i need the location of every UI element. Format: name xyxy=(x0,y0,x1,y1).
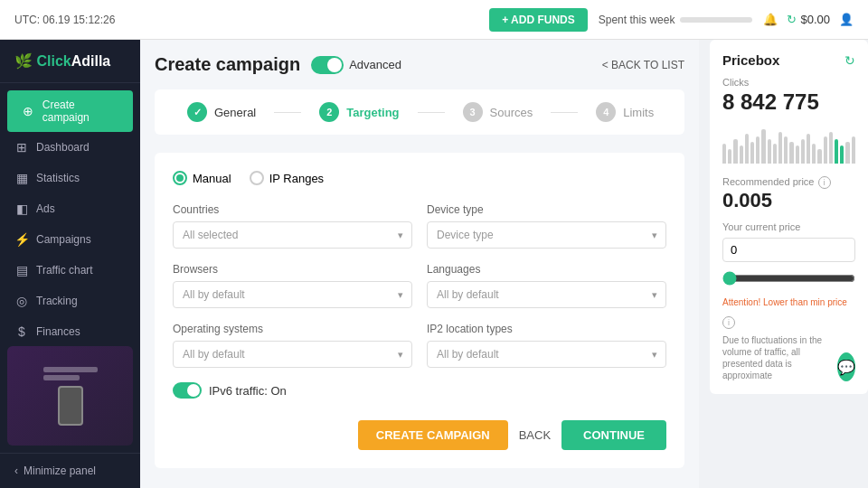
sidebar-item-traffic-chart[interactable]: ▤ Traffic chart xyxy=(0,255,140,286)
chart-bar xyxy=(722,144,726,164)
step-sources-num: 3 xyxy=(463,102,483,122)
os-select[interactable]: All by default xyxy=(173,341,412,368)
sidebar-item-tracking[interactable]: ◎ Tracking xyxy=(0,286,140,316)
countries-field: Countries All selected xyxy=(173,203,412,249)
browsers-label: Browsers xyxy=(173,263,412,276)
back-to-list-link[interactable]: < BACK TO LIST xyxy=(602,59,684,71)
chart-bar xyxy=(845,142,849,164)
preview-line xyxy=(43,367,98,372)
form-grid: Countries All selected Device type Devic… xyxy=(173,203,666,368)
languages-select[interactable]: All by default xyxy=(427,281,666,308)
add-funds-button[interactable]: + ADD FUNDS xyxy=(489,8,588,32)
device-type-select-wrapper: Device type xyxy=(427,221,666,249)
chat-button[interactable]: 💬 xyxy=(837,352,855,381)
pricebox-footer: i Due to fluctuations in the volume of t… xyxy=(722,316,855,381)
topbar: UTC: 06.19 15:12:26 + ADD FUNDS Spent th… xyxy=(0,0,868,40)
recommended-info-icon[interactable]: i xyxy=(818,176,831,189)
form-actions: CREATE CAMPAIGN BACK CONTINUE xyxy=(173,420,666,450)
layout: 🌿 ClickAdilla ⊕ Create campaign ⊞ Dashbo… xyxy=(0,40,868,488)
sidebar-item-ads[interactable]: ◧ Ads xyxy=(0,193,140,224)
clicks-label: Clicks xyxy=(722,77,855,88)
ip2-select[interactable]: All by default xyxy=(427,341,666,368)
ipv6-row: IPv6 traffic: On xyxy=(173,382,666,399)
steps-nav: ✓ General 2 Targeting 3 Sources 4 Limits xyxy=(155,89,684,135)
page-header: Create campaign Advanced < BACK TO LIST xyxy=(155,54,684,75)
radio-ip-ranges-circle xyxy=(250,171,264,185)
chart-bar xyxy=(745,134,749,164)
countries-select[interactable]: All selected xyxy=(173,221,412,249)
ipv6-label: IPv6 traffic: On xyxy=(209,384,287,398)
ip2-label: IP2 location types xyxy=(427,323,666,335)
chart-bars xyxy=(722,127,855,164)
languages-field: Languages All by default xyxy=(427,263,666,308)
radio-manual[interactable]: Manual xyxy=(173,171,231,185)
main-content: Create campaign Advanced < BACK TO LIST … xyxy=(140,40,699,488)
chart-bar xyxy=(840,145,844,164)
ipv6-toggle-knob xyxy=(187,384,200,397)
preview-phone xyxy=(58,386,83,426)
chart-bar xyxy=(807,134,810,164)
pricebox-refresh-icon[interactable]: ↻ xyxy=(844,53,855,68)
statistics-icon: ▦ xyxy=(14,171,29,185)
browsers-select-wrapper: All by default xyxy=(173,281,412,308)
price-slider[interactable] xyxy=(722,271,855,286)
ip2-field: IP2 location types All by default xyxy=(427,323,666,368)
current-price-input[interactable] xyxy=(722,238,855,262)
step-general[interactable]: ✓ General xyxy=(169,89,274,135)
back-button[interactable]: BACK xyxy=(519,428,551,442)
tracking-icon: ◎ xyxy=(14,294,29,308)
toggle-knob xyxy=(327,58,342,72)
user-icon[interactable]: 👤 xyxy=(839,13,854,26)
chart-bar xyxy=(773,144,777,164)
minimize-panel-button[interactable]: ‹ Minimize panel xyxy=(0,453,140,488)
advanced-label: Advanced xyxy=(349,58,401,71)
sidebar-item-statistics[interactable]: ▦ Statistics xyxy=(0,163,140,193)
sidebar-item-dashboard[interactable]: ⊞ Dashboard xyxy=(0,132,140,163)
step-limits[interactable]: 4 Limits xyxy=(578,89,672,135)
recommended-section: Recommended price i 0.005 xyxy=(722,176,855,212)
os-field: Operating systems All by default xyxy=(173,323,412,368)
preview-line xyxy=(43,375,80,380)
sidebar-item-campaigns[interactable]: ⚡ Campaigns xyxy=(0,224,140,255)
page-title-row: Create campaign Advanced xyxy=(155,54,401,75)
ipv6-toggle[interactable] xyxy=(173,382,202,399)
step-targeting[interactable]: 2 Targeting xyxy=(301,89,417,135)
step-limits-num: 4 xyxy=(596,102,616,122)
step-general-num: ✓ xyxy=(187,102,207,122)
chart-bar xyxy=(817,149,821,164)
sidebar-nav: ⊕ Create campaign ⊞ Dashboard ▦ Statisti… xyxy=(0,83,140,339)
chart-bar xyxy=(740,145,743,164)
radio-ip-ranges[interactable]: IP Ranges xyxy=(250,171,324,185)
step-targeting-num: 2 xyxy=(319,102,339,122)
price-warning: Attention! Lower than min price xyxy=(722,297,855,307)
bell-icon[interactable]: 🔔 xyxy=(763,13,778,26)
dashboard-icon: ⊞ xyxy=(14,140,29,155)
sidebar-item-finances[interactable]: $ Finances xyxy=(0,316,140,339)
chart-bar xyxy=(750,142,754,164)
chart-bar xyxy=(733,139,737,164)
chart-bar xyxy=(761,129,765,164)
clicks-section: Clicks 8 842 775 xyxy=(722,77,855,115)
continue-button[interactable]: CONTINUE xyxy=(561,420,666,450)
step-divider-3 xyxy=(551,112,578,113)
refresh-icon[interactable]: ↻ xyxy=(787,13,797,26)
os-label: Operating systems xyxy=(173,323,412,335)
create-campaign-button[interactable]: CREATE CAMPAIGN xyxy=(358,420,508,450)
topbar-icons: 🔔 ↻ $0.00 👤 xyxy=(763,13,854,26)
chart-bar xyxy=(778,132,782,164)
browsers-select[interactable]: All by default xyxy=(173,281,412,308)
ip2-select-wrapper: All by default xyxy=(427,341,666,368)
chart-bar xyxy=(801,139,805,164)
traffic-chart-icon: ▤ xyxy=(14,263,29,277)
step-sources[interactable]: 3 Sources xyxy=(445,89,552,135)
plus-icon: ⊕ xyxy=(22,104,35,118)
utc-time: UTC: 06.19 15:12:26 xyxy=(14,14,478,26)
advanced-toggle[interactable] xyxy=(311,56,344,74)
chart-bar xyxy=(812,144,816,164)
device-type-select[interactable]: Device type xyxy=(427,221,666,249)
spent-bar xyxy=(680,17,752,23)
sidebar-item-create-campaign[interactable]: ⊕ Create campaign xyxy=(7,90,133,132)
sidebar: 🌿 ClickAdilla ⊕ Create campaign ⊞ Dashbo… xyxy=(0,40,140,488)
balance-display: ↻ $0.00 xyxy=(787,13,830,26)
sidebar-logo: 🌿 ClickAdilla xyxy=(0,40,140,83)
